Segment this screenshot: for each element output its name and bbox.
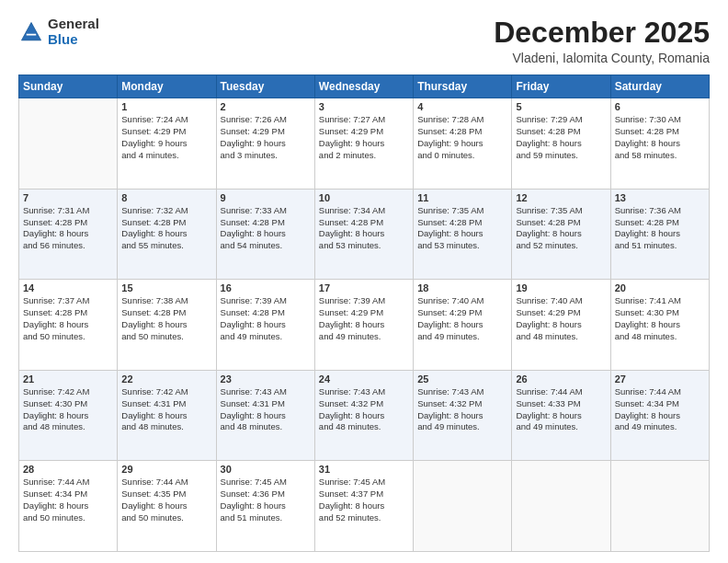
calendar-cell: 26Sunrise: 7:44 AMSunset: 4:33 PMDayligh… — [512, 370, 610, 461]
calendar-cell: 30Sunrise: 7:45 AMSunset: 4:36 PMDayligh… — [216, 461, 314, 552]
day-detail: Sunrise: 7:43 AMSunset: 4:31 PMDaylight:… — [221, 386, 311, 433]
day-number: 11 — [417, 192, 507, 203]
col-header-tuesday: Tuesday — [216, 75, 314, 98]
calendar-cell: 15Sunrise: 7:38 AMSunset: 4:28 PMDayligh… — [118, 280, 216, 371]
day-number: 26 — [516, 373, 606, 385]
day-number: 24 — [319, 373, 409, 385]
col-header-sunday: Sunday — [19, 75, 118, 98]
day-detail: Sunrise: 7:28 AMSunset: 4:28 PMDaylight:… — [417, 114, 507, 161]
calendar-table: SundayMondayTuesdayWednesdayThursdayFrid… — [18, 75, 710, 552]
calendar-cell: 19Sunrise: 7:40 AMSunset: 4:29 PMDayligh… — [512, 280, 610, 371]
day-detail: Sunrise: 7:36 AMSunset: 4:28 PMDaylight:… — [615, 205, 705, 252]
calendar-cell: 2Sunrise: 7:26 AMSunset: 4:29 PMDaylight… — [216, 98, 314, 190]
day-detail: Sunrise: 7:40 AMSunset: 4:29 PMDaylight:… — [417, 295, 507, 342]
day-detail: Sunrise: 7:35 AMSunset: 4:28 PMDaylight:… — [417, 205, 507, 252]
day-detail: Sunrise: 7:27 AMSunset: 4:29 PMDaylight:… — [319, 114, 409, 161]
day-detail: Sunrise: 7:30 AMSunset: 4:28 PMDaylight:… — [615, 114, 705, 161]
day-detail: Sunrise: 7:26 AMSunset: 4:29 PMDaylight:… — [221, 114, 311, 161]
day-detail: Sunrise: 7:44 AMSunset: 4:34 PMDaylight:… — [23, 477, 113, 523]
logo: General Blue — [18, 17, 99, 47]
day-detail: Sunrise: 7:34 AMSunset: 4:28 PMDaylight:… — [319, 205, 409, 252]
calendar-cell — [414, 461, 512, 552]
calendar-cell: 6Sunrise: 7:30 AMSunset: 4:28 PMDaylight… — [610, 98, 709, 190]
col-header-thursday: Thursday — [414, 75, 512, 98]
day-detail: Sunrise: 7:40 AMSunset: 4:29 PMDaylight:… — [516, 295, 606, 342]
day-number: 10 — [319, 192, 409, 203]
location: Vladeni, Ialomita County, Romania — [494, 51, 710, 65]
calendar-cell: 12Sunrise: 7:35 AMSunset: 4:28 PMDayligh… — [512, 189, 610, 280]
day-number: 22 — [121, 373, 211, 385]
title-block: December 2025 Vladeni, Ialomita County, … — [494, 17, 710, 65]
logo-general-text: General — [48, 17, 99, 32]
day-number: 13 — [615, 192, 705, 203]
calendar-cell: 1Sunrise: 7:24 AMSunset: 4:29 PMDaylight… — [118, 98, 216, 190]
day-number: 30 — [221, 464, 311, 475]
day-number: 19 — [516, 282, 606, 293]
day-detail: Sunrise: 7:44 AMSunset: 4:34 PMDaylight:… — [615, 386, 705, 433]
day-number: 5 — [516, 101, 606, 112]
header: General Blue December 2025 Vladeni, Ialo… — [18, 17, 710, 65]
day-detail: Sunrise: 7:43 AMSunset: 4:32 PMDaylight:… — [417, 386, 507, 433]
day-detail: Sunrise: 7:42 AMSunset: 4:31 PMDaylight:… — [121, 386, 211, 433]
calendar-cell: 10Sunrise: 7:34 AMSunset: 4:28 PMDayligh… — [314, 189, 413, 280]
day-detail: Sunrise: 7:44 AMSunset: 4:33 PMDaylight:… — [516, 386, 606, 433]
day-number: 18 — [417, 282, 507, 293]
calendar-week-row: 28Sunrise: 7:44 AMSunset: 4:34 PMDayligh… — [19, 461, 710, 552]
day-detail: Sunrise: 7:38 AMSunset: 4:28 PMDaylight:… — [121, 295, 211, 342]
svg-rect-2 — [27, 33, 37, 35]
calendar-cell: 20Sunrise: 7:41 AMSunset: 4:30 PMDayligh… — [610, 280, 709, 371]
day-number: 16 — [221, 282, 311, 293]
calendar-cell: 7Sunrise: 7:31 AMSunset: 4:28 PMDaylight… — [19, 189, 118, 280]
day-detail: Sunrise: 7:42 AMSunset: 4:30 PMDaylight:… — [23, 386, 113, 433]
calendar-cell: 8Sunrise: 7:32 AMSunset: 4:28 PMDaylight… — [118, 189, 216, 280]
day-detail: Sunrise: 7:43 AMSunset: 4:32 PMDaylight:… — [319, 386, 409, 433]
calendar-week-row: 1Sunrise: 7:24 AMSunset: 4:29 PMDaylight… — [19, 98, 710, 190]
day-number: 20 — [615, 282, 705, 293]
calendar-cell — [19, 98, 118, 190]
day-detail: Sunrise: 7:31 AMSunset: 4:28 PMDaylight:… — [23, 205, 113, 252]
calendar-cell: 16Sunrise: 7:39 AMSunset: 4:28 PMDayligh… — [216, 280, 314, 371]
day-detail: Sunrise: 7:45 AMSunset: 4:37 PMDaylight:… — [319, 477, 409, 523]
day-number: 8 — [121, 192, 211, 203]
day-detail: Sunrise: 7:39 AMSunset: 4:29 PMDaylight:… — [319, 295, 409, 342]
calendar-week-row: 7Sunrise: 7:31 AMSunset: 4:28 PMDaylight… — [19, 189, 710, 280]
page: General Blue December 2025 Vladeni, Ialo… — [0, 0, 728, 563]
calendar-cell: 25Sunrise: 7:43 AMSunset: 4:32 PMDayligh… — [414, 370, 512, 461]
day-number: 31 — [319, 464, 409, 475]
calendar-cell: 22Sunrise: 7:42 AMSunset: 4:31 PMDayligh… — [118, 370, 216, 461]
calendar-cell: 27Sunrise: 7:44 AMSunset: 4:34 PMDayligh… — [610, 370, 709, 461]
calendar-cell: 23Sunrise: 7:43 AMSunset: 4:31 PMDayligh… — [216, 370, 314, 461]
day-detail: Sunrise: 7:33 AMSunset: 4:28 PMDaylight:… — [221, 205, 311, 252]
calendar-cell: 21Sunrise: 7:42 AMSunset: 4:30 PMDayligh… — [19, 370, 118, 461]
month-title: December 2025 — [494, 17, 710, 49]
calendar-header-row: SundayMondayTuesdayWednesdayThursdayFrid… — [19, 75, 710, 98]
day-number: 3 — [319, 101, 409, 112]
day-number: 21 — [23, 373, 113, 385]
calendar-cell: 28Sunrise: 7:44 AMSunset: 4:34 PMDayligh… — [19, 461, 118, 552]
day-number: 23 — [221, 373, 311, 385]
logo-blue-text: Blue — [48, 32, 99, 48]
day-number: 27 — [615, 373, 705, 385]
calendar-cell: 4Sunrise: 7:28 AMSunset: 4:28 PMDaylight… — [414, 98, 512, 190]
day-number: 1 — [121, 101, 211, 112]
day-detail: Sunrise: 7:45 AMSunset: 4:36 PMDaylight:… — [221, 477, 311, 523]
day-number: 25 — [417, 373, 507, 385]
calendar-cell: 9Sunrise: 7:33 AMSunset: 4:28 PMDaylight… — [216, 189, 314, 280]
calendar-cell: 3Sunrise: 7:27 AMSunset: 4:29 PMDaylight… — [314, 98, 413, 190]
day-number: 2 — [221, 101, 311, 112]
day-number: 12 — [516, 192, 606, 203]
calendar-cell: 13Sunrise: 7:36 AMSunset: 4:28 PMDayligh… — [610, 189, 709, 280]
col-header-saturday: Saturday — [610, 75, 709, 98]
calendar-cell: 31Sunrise: 7:45 AMSunset: 4:37 PMDayligh… — [314, 461, 413, 552]
day-number: 15 — [121, 282, 211, 293]
calendar-cell: 29Sunrise: 7:44 AMSunset: 4:35 PMDayligh… — [118, 461, 216, 552]
calendar-cell — [610, 461, 709, 552]
day-detail: Sunrise: 7:44 AMSunset: 4:35 PMDaylight:… — [121, 477, 211, 523]
calendar-cell: 17Sunrise: 7:39 AMSunset: 4:29 PMDayligh… — [314, 280, 413, 371]
day-number: 4 — [417, 101, 507, 112]
calendar-cell: 24Sunrise: 7:43 AMSunset: 4:32 PMDayligh… — [314, 370, 413, 461]
day-number: 29 — [121, 464, 211, 475]
day-detail: Sunrise: 7:35 AMSunset: 4:28 PMDaylight:… — [516, 205, 606, 252]
calendar-cell: 11Sunrise: 7:35 AMSunset: 4:28 PMDayligh… — [414, 189, 512, 280]
calendar-week-row: 14Sunrise: 7:37 AMSunset: 4:28 PMDayligh… — [19, 280, 710, 371]
